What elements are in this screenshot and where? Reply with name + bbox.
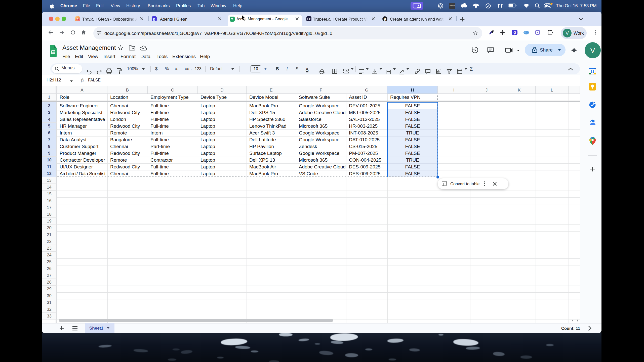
svg-text:31: 31 bbox=[591, 70, 594, 73]
